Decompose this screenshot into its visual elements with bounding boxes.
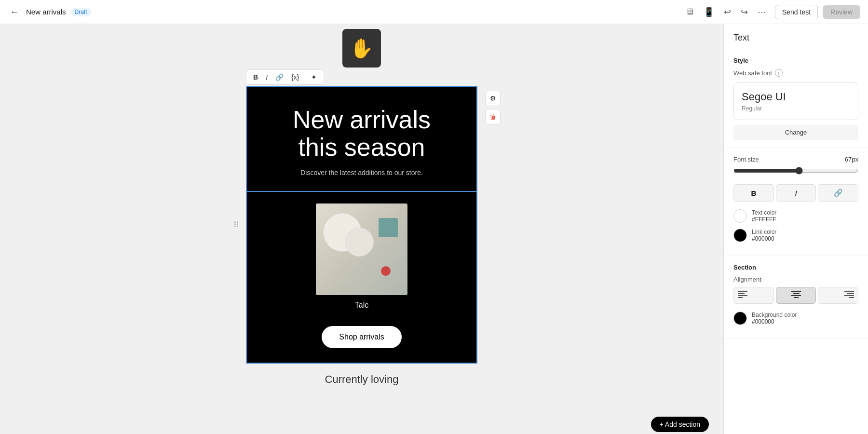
main-layout: ✋ B I 🔗 {x} ✦ ⠿ ⚙ 🗑 [0,24,868,434]
font-style: Regular [742,105,850,112]
toolbar-divider [305,73,305,81]
format-toolbar: B I 🔗 {x} ✦ [246,69,324,85]
italic-style-button[interactable]: I [776,184,816,202]
change-font-button[interactable]: Change [733,125,858,140]
more-options-button[interactable]: ⋯ [755,5,769,19]
svg-rect-10 [844,295,854,296]
link-color-info: Link color #000000 [752,229,776,242]
document-title: New arrivals [26,8,66,16]
back-button[interactable]: ← [8,4,21,19]
font-name: Segoe UI [742,91,850,103]
hero-subtitle[interactable]: Discover the latest additions to our sto… [261,169,462,176]
hand-icon: ✋ [342,29,381,68]
product-circle-small [345,228,374,257]
section-label: Section [733,264,858,271]
italic-format-button[interactable]: I [263,72,271,82]
svg-rect-5 [793,293,800,294]
currently-loving-title: Currently loving [246,373,477,386]
web-safe-row: Web safe font i [733,69,858,77]
align-right-button[interactable] [818,287,858,304]
hero-section: New arrivals this season Discover the la… [247,87,476,192]
right-panel: Text Style Web safe font i Segoe UI Regu… [723,24,868,434]
email-block: ⠿ ⚙ 🗑 New arrivals this season Discover … [246,86,477,364]
bold-format-button[interactable]: B [250,72,261,82]
style-section: Style Web safe font i Segoe UI Regular C… [724,49,868,148]
font-size-slider-container [733,167,858,176]
bg-color-info: Background color #000000 [752,312,797,325]
below-section: Currently loving [246,364,477,391]
topbar-left: ← New arrivals Draft [8,4,677,19]
email-top-icon-area: ✋ [246,24,477,69]
draft-badge: Draft [71,8,91,16]
shop-arrivals-button[interactable]: Shop arrivals [322,326,401,348]
align-center-button[interactable] [776,287,816,304]
bg-color-label: Background color [752,312,797,318]
block-delete-button[interactable]: 🗑 [485,109,501,124]
text-color-label: Text color [752,209,776,216]
email-wrapper: ✋ B I 🔗 {x} ✦ ⠿ ⚙ 🗑 [246,24,477,391]
font-size-section: Font size 67px B I 🔗 Text color #FFFFFF [724,148,868,256]
svg-rect-1 [738,293,745,294]
text-color-row: Text color #FFFFFF [733,209,858,223]
cta-section: Shop arrivals [247,321,476,363]
review-button[interactable]: Review [823,5,860,19]
bg-color-swatch[interactable] [733,312,747,325]
svg-rect-7 [794,297,799,298]
style-section-title: Style [733,57,858,64]
font-display-box: Segoe UI Regular [733,82,858,120]
svg-rect-9 [847,293,854,294]
panel-title: Text [724,24,868,49]
bg-color-hex: #000000 [752,318,797,325]
desktop-view-button[interactable]: 🖥 [682,5,697,19]
text-style-row: B I 🔗 [733,184,858,202]
font-size-row: Font size 67px [733,156,858,163]
svg-rect-8 [844,291,854,292]
font-size-label: Font size [733,156,759,163]
svg-rect-0 [738,291,747,292]
canvas-area: ✋ B I 🔗 {x} ✦ ⠿ ⚙ 🗑 [0,24,723,434]
add-section-button[interactable]: + Add section [651,417,709,432]
link-style-button[interactable]: 🔗 [818,184,858,202]
alignment-row [733,287,858,304]
topbar: ← New arrivals Draft 🖥 📱 ↩ ↪ ⋯ Send test… [0,0,868,24]
svg-rect-3 [738,297,743,298]
add-section-bar: + Add section [0,415,723,434]
more-format-button[interactable]: ✦ [308,72,320,82]
link-color-row: Link color #000000 [733,229,858,242]
link-format-button[interactable]: 🔗 [272,72,286,82]
block-actions: ⚙ 🗑 [485,91,501,124]
drag-handle[interactable]: ⠿ [233,220,239,230]
svg-rect-4 [791,291,801,292]
text-color-info: Text color #FFFFFF [752,209,776,223]
product-image[interactable] [316,203,407,295]
text-color-hex: #FFFFFF [752,216,776,223]
align-left-button[interactable] [733,287,774,304]
hero-title[interactable]: New arrivals this season [261,106,462,161]
redo-button[interactable]: ↪ [738,5,751,19]
link-color-swatch[interactable] [733,229,747,242]
alignment-label: Alignment [733,276,858,283]
variable-format-button[interactable]: {x} [288,72,302,82]
send-test-button[interactable]: Send test [775,5,818,19]
svg-rect-2 [738,295,747,296]
product-accent-red [381,266,391,276]
undo-button[interactable]: ↩ [721,5,734,19]
mobile-view-button[interactable]: 📱 [701,5,717,19]
topbar-center: 🖥 📱 ↩ ↪ ⋯ [682,5,769,19]
product-section: Talc [247,192,476,321]
svg-rect-6 [791,295,801,296]
product-accent-teal [379,218,398,237]
link-color-label: Link color [752,229,776,235]
text-color-swatch[interactable] [733,209,747,223]
info-icon[interactable]: i [775,69,783,77]
bold-style-button[interactable]: B [733,184,774,202]
block-settings-button[interactable]: ⚙ [485,91,501,106]
product-image-inner [316,203,407,295]
section-panel: Section Alignment Background color #0000 [724,256,868,339]
link-color-hex: #000000 [752,235,776,242]
bg-color-row: Background color #000000 [733,312,858,325]
product-name: Talc [355,301,368,310]
font-size-value: 67px [845,156,858,163]
font-size-slider[interactable] [733,167,858,175]
web-safe-label: Web safe font [733,69,772,77]
